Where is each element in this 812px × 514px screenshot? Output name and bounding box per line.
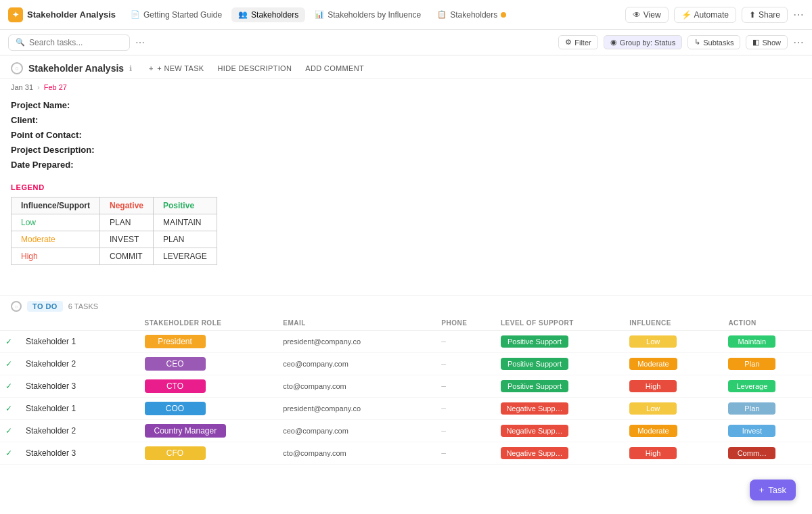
row-phone-3: – (436, 398, 495, 420)
new-task-floating-button[interactable]: + Task (750, 480, 796, 500)
app-logo-icon: ✦ (8, 7, 23, 22)
filter-label: Filter (574, 39, 591, 47)
date-row: Jan 31 › Feb 27 (0, 79, 812, 94)
task-status-circle[interactable]: ○ (11, 62, 23, 74)
role-badge-1: CEO (145, 357, 206, 371)
desc-line-2: Client: (11, 113, 801, 128)
tab-getting-started[interactable]: 📄 Getting Started Guide (124, 7, 229, 22)
legend-pos-0: MAINTAIN (154, 214, 217, 231)
row-email-5: cto@company.com (277, 442, 436, 465)
row-role-5: CFO (139, 442, 278, 465)
row-check-1[interactable]: ✓ (0, 353, 20, 375)
hide-description-button[interactable]: HIDE DESCRIPTION (214, 63, 295, 74)
row-action-3: Plan (723, 398, 812, 420)
action-badge-3: Plan (728, 402, 775, 415)
legend-title: LEGEND (11, 183, 801, 191)
search-wrap[interactable]: 🔍 (8, 34, 130, 51)
automate-label: Automate (694, 10, 729, 20)
section-task-count: 6 TASKS (68, 302, 98, 310)
row-check-0[interactable]: ✓ (0, 331, 20, 353)
task-info-icon[interactable]: ℹ (129, 64, 132, 73)
row-name-2: Stakeholder 3 (20, 375, 139, 398)
th-phone: PHONE (436, 316, 495, 331)
show-icon: ◧ (752, 38, 759, 47)
table-row[interactable]: ✓ Stakeholder 1 COO president@company.co… (0, 398, 812, 420)
row-action-2: Leverage (723, 375, 812, 398)
row-check-3[interactable]: ✓ (0, 398, 20, 420)
desc-label-2: Client: (11, 115, 38, 125)
th-support: LEVEL OF SUPPORT (495, 316, 624, 331)
row-check-4[interactable]: ✓ (0, 420, 20, 442)
section-toggle-icon: ○ (15, 304, 18, 310)
row-email-3: president@company.co (277, 398, 436, 420)
section-toggle[interactable]: ○ (11, 301, 22, 312)
share-label: Share (759, 10, 780, 20)
row-name-0: Stakeholder 1 (20, 331, 139, 353)
description-area: Project Name: Client: Point of Contact: … (0, 94, 812, 181)
row-check-2[interactable]: ✓ (0, 375, 20, 398)
view-button[interactable]: 👁 View (625, 7, 669, 23)
support-badge-1: Positive Support (501, 358, 568, 370)
search-more-icon[interactable]: ⋯ (135, 37, 145, 48)
automate-button[interactable]: ⚡ Automate (674, 7, 736, 23)
row-role-1: CEO (139, 353, 278, 375)
tab-stakeholders-icon: 👥 (238, 10, 248, 19)
influence-badge-2: High (629, 380, 677, 392)
check-icon-4: ✓ (5, 426, 12, 436)
table-row[interactable]: ✓ Stakeholder 3 CTO cto@company.com – Po… (0, 375, 812, 398)
desc-label-5: Date Prepared: (11, 160, 73, 170)
search-input[interactable] (29, 38, 110, 47)
table-row[interactable]: ✓ Stakeholder 2 Country Manager ceo@comp… (0, 420, 812, 442)
legend-level-2: High (12, 248, 100, 265)
tab-stakeholders-influence[interactable]: 📊 Stakeholders by Influence (308, 7, 428, 22)
toolbar-more-icon[interactable]: ⋯ (793, 36, 804, 49)
legend-header-0: Influence/Support (12, 197, 100, 214)
content-area: ○ Stakeholder Analysis ℹ + + NEW TASK HI… (0, 55, 812, 514)
check-icon-3: ✓ (5, 404, 12, 413)
action-badge-4: Invest (728, 425, 775, 437)
show-button[interactable]: ◧ Show (746, 35, 788, 49)
section-header: ○ TO DO 6 TASKS (0, 295, 812, 316)
table-row[interactable]: ✓ Stakeholder 1 President president@comp… (0, 331, 812, 353)
tab-stakeholders[interactable]: 👥 Stakeholders (231, 7, 305, 22)
row-email-0: president@company.co (277, 331, 436, 353)
filter-icon: ⚙ (565, 38, 572, 47)
row-phone-1: – (436, 353, 495, 375)
legend-row-2: High COMMIT LEVERAGE (12, 248, 217, 265)
legend-table: Influence/Support Negative Positive Low … (11, 197, 217, 265)
group-by-button[interactable]: ◉ Group by: Status (604, 35, 683, 49)
row-role-2: CTO (139, 375, 278, 398)
support-badge-5: Negative Supp… (501, 447, 568, 459)
show-label: Show (762, 39, 781, 47)
influence-badge-4: Moderate (629, 425, 677, 437)
tab-stakeholders2[interactable]: 📋 Stakeholders (430, 7, 513, 22)
tab-stakeholders2-icon: 📋 (437, 10, 447, 19)
share-button[interactable]: ⬆ Share (742, 7, 788, 23)
subtasks-button[interactable]: ↳ Subtasks (687, 35, 740, 49)
filter-button[interactable]: ⚙ Filter (558, 35, 597, 49)
row-influence-5: High (624, 442, 723, 465)
table-row[interactable]: ✓ Stakeholder 2 CEO ceo@company.com – Po… (0, 353, 812, 375)
row-role-3: COO (139, 398, 278, 420)
new-task-button[interactable]: + + NEW TASK (145, 63, 207, 74)
add-comment-button[interactable]: ADD COMMENT (302, 63, 367, 74)
main-panel: ○ Stakeholder Analysis ℹ + + NEW TASK HI… (0, 55, 812, 514)
row-support-3: Negative Supp… (495, 398, 624, 420)
row-check-5[interactable]: ✓ (0, 442, 20, 465)
support-badge-0: Positive Support (501, 335, 568, 348)
row-support-2: Positive Support (495, 375, 624, 398)
desc-line-3: Point of Contact: (11, 128, 801, 143)
tab-stakeholders-label: Stakeholders (251, 10, 298, 20)
table-row[interactable]: ✓ Stakeholder 3 CFO cto@company.com – Ne… (0, 442, 812, 465)
group-icon: ◉ (610, 38, 617, 47)
action-badge-5: Comm… (728, 447, 775, 459)
date-end: Feb 27 (44, 83, 67, 91)
desc-line-1: Project Name: (11, 98, 801, 113)
row-name-4: Stakeholder 2 (20, 420, 139, 442)
top-bar-more-icon[interactable]: ⋯ (793, 8, 804, 21)
support-badge-3: Negative Supp… (501, 402, 568, 415)
new-task-plus-icon: + (759, 485, 765, 495)
th-influence: INFLUENCE (624, 316, 723, 331)
legend-area: LEGEND Influence/Support Negative Positi… (0, 181, 812, 276)
row-support-4: Negative Supp… (495, 420, 624, 442)
